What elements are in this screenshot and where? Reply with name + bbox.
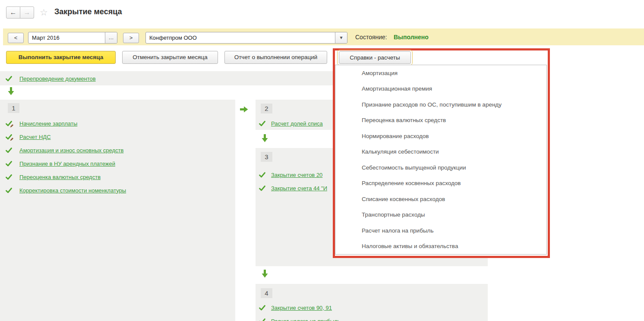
flow-step-link[interactable]: Переоценка валютных средств	[19, 174, 101, 180]
check-edited-icon	[6, 134, 13, 140]
flow-step: Амортизация и износ основных средств	[6, 146, 123, 154]
flow-step: Расчет долей списа	[259, 119, 323, 128]
menu-item[interactable]: Распределение косвенных расходов	[335, 176, 546, 192]
flow-step-link[interactable]: Амортизация и износ основных средств	[19, 147, 123, 154]
arrow-down-icon	[8, 87, 14, 97]
references-calculations-button[interactable]: Справки - расчеты	[339, 51, 411, 64]
menu-item[interactable]: Налоговые активы и обязательства	[335, 239, 546, 255]
flow-step-link[interactable]: Признание в НУ арендных платежей	[19, 160, 115, 167]
check-icon	[6, 187, 13, 193]
check-icon	[6, 160, 13, 167]
flow-step: Признание в НУ арендных платежей	[6, 159, 115, 168]
flow-step: Закрытие счетов 20	[259, 170, 322, 179]
flow-step-link[interactable]: Корректировка стоимости номенклатуры	[19, 187, 126, 194]
flow-step: Начисление зарплаты	[6, 119, 77, 128]
flow-step-link[interactable]: Расчет налога на прибыль	[271, 318, 340, 321]
flow-step: Расчет НДС	[6, 132, 51, 141]
flow-step-link[interactable]: Закрытие счета 44 "И	[271, 185, 327, 192]
month-closing-window: ← → ☆ Закрытие месяца < Март 2016 … > Ко…	[0, 0, 644, 321]
flow-block-4: 4 Закрытие счетов 90, 91Расчет налога на…	[256, 284, 488, 321]
check-edited-icon	[6, 120, 13, 126]
reposting-link[interactable]: Перепроведение документов	[19, 76, 96, 82]
flow-step: Расчет налога на прибыль	[259, 317, 340, 321]
menu-item[interactable]: Транспортные расходы	[335, 207, 546, 223]
check-icon	[259, 120, 266, 126]
block-number-badge: 1	[8, 103, 19, 113]
flow-step: Закрытие счета 44 "И	[259, 184, 327, 192]
arrow-down-icon	[262, 270, 268, 280]
block-number-badge: 2	[261, 104, 272, 113]
flow-step: Закрытие счетов 90, 91	[259, 303, 332, 312]
flow-step: Переоценка валютных средств	[6, 173, 101, 181]
flow-step-link[interactable]: Расчет НДС	[19, 134, 51, 140]
menu-item[interactable]: Нормирование расходов	[335, 128, 546, 144]
block-number-badge: 4	[261, 288, 272, 298]
check-icon	[6, 174, 13, 180]
references-menu: АмортизацияАмортизационная премияПризнан…	[335, 65, 547, 255]
menu-item[interactable]: Себестоимость выпущеной продукции	[335, 160, 546, 176]
check-icon	[6, 147, 13, 153]
highlight-annotation-box: Справки - расчеты АмортизацияАмортизацио…	[333, 48, 550, 258]
check-icon	[259, 185, 266, 191]
menu-item[interactable]: Расчет налога на прибыль	[335, 223, 546, 239]
menu-item[interactable]: Калькуляция себестоимости	[335, 144, 546, 160]
arrow-right-icon	[240, 106, 248, 114]
flow-step: Корректировка стоимости номенклатуры	[6, 186, 126, 195]
menu-item[interactable]: Амортизация	[335, 65, 546, 81]
arrow-down-icon	[262, 134, 268, 144]
menu-item[interactable]: Списание косвенных расходов	[335, 191, 546, 207]
flow-step-link[interactable]: Закрытие счетов 90, 91	[271, 305, 332, 311]
flow-step-link[interactable]: Закрытие счетов 20	[271, 172, 322, 178]
check-icon	[259, 305, 266, 311]
menu-item[interactable]: Амортизационная премия	[335, 81, 546, 97]
flow-block-1: 1 Начисление зарплатыРасчет НДСАмортизац…	[0, 100, 235, 321]
check-icon	[6, 76, 13, 82]
check-icon	[259, 318, 266, 321]
block-number-badge: 3	[261, 152, 272, 162]
menu-item[interactable]: Признание расходов по ОС, поступившим в …	[335, 97, 546, 113]
flow-step-link[interactable]: Расчет долей списа	[271, 120, 323, 127]
menu-item[interactable]: Переоценка валютных средств	[335, 113, 546, 129]
flow-step-link[interactable]: Начисление зарплаты	[19, 120, 77, 127]
check-icon	[259, 172, 266, 178]
